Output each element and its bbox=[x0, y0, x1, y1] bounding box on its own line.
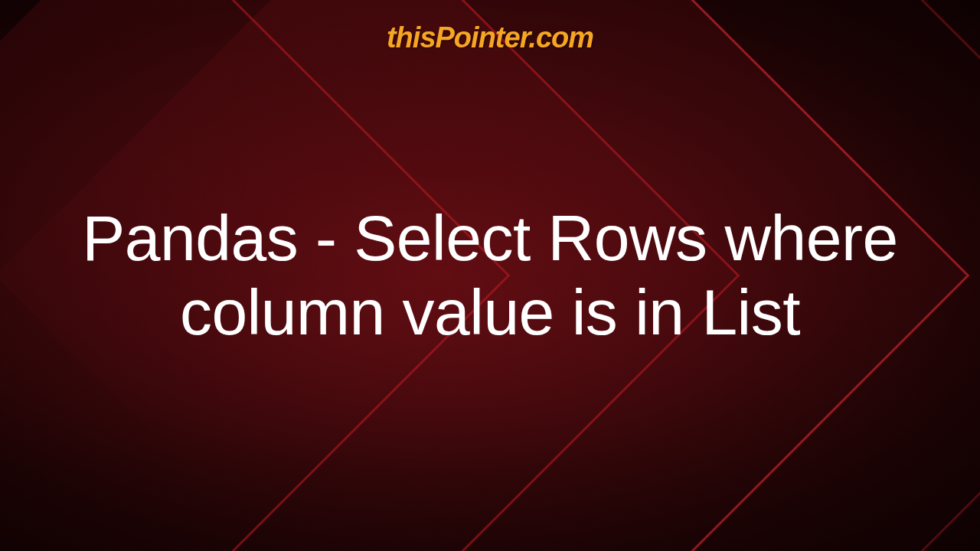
banner-container: thisPointer.com Pandas - Select Rows whe… bbox=[0, 0, 980, 551]
site-logo: thisPointer.com bbox=[387, 21, 593, 54]
main-title: Pandas - Select Rows where column value … bbox=[24, 201, 956, 349]
